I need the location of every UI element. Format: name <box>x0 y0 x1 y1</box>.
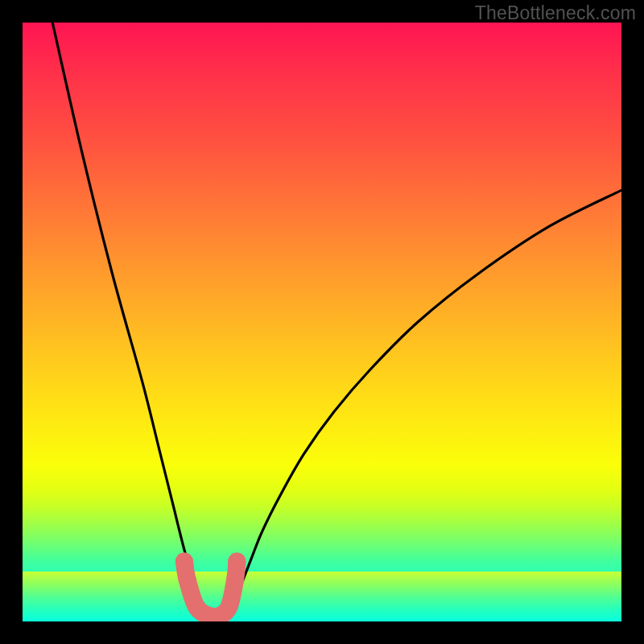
marker-worm <box>184 562 237 617</box>
chart-svg <box>23 23 621 621</box>
marker-dot <box>226 571 244 588</box>
bottleneck-curve <box>52 23 621 616</box>
marker-dot <box>175 553 193 571</box>
watermark-label: TheBottleneck.com <box>475 2 636 24</box>
highlight-markers <box>175 553 246 617</box>
curve-group <box>52 23 621 616</box>
outer-frame: TheBottleneck.com <box>0 0 644 644</box>
marker-dot <box>228 553 246 571</box>
marker-dot <box>179 571 196 588</box>
plot-area <box>23 23 621 621</box>
